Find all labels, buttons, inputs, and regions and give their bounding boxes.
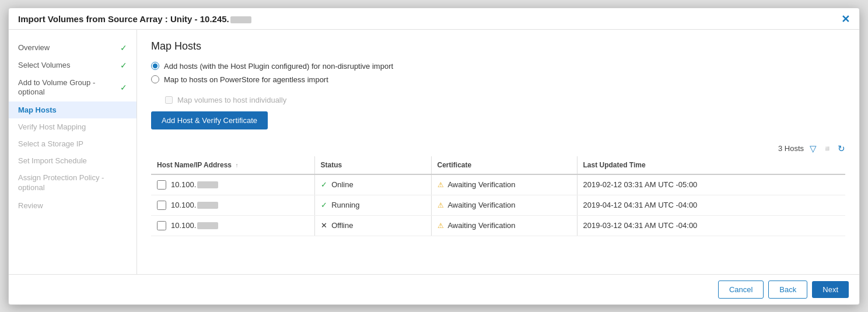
- sidebar-item-label: Select Volumes: [18, 61, 71, 69]
- close-button[interactable]: ✕: [841, 14, 850, 24]
- cell-certificate-2: ⚠ Awaiting Verification: [431, 195, 577, 215]
- ip-blur-1: [197, 181, 218, 188]
- ip-blur-2: [197, 202, 218, 209]
- row-checkbox-1[interactable]: [157, 180, 166, 190]
- check-icon-1: ✓: [321, 180, 327, 189]
- cell-lastupdated-3: 2019-03-12 04:31 AM UTC -04:00: [577, 215, 845, 236]
- sidebar-item-map-hosts[interactable]: Map Hosts: [9, 101, 136, 118]
- sidebar-item-label: Add to Volume Group - optional: [18, 78, 117, 98]
- main-content: Map Hosts Add hosts (with the Host Plugi…: [137, 30, 859, 274]
- cell-hostname-3: 10.100.: [151, 215, 314, 236]
- col-header-lastupdated: Last Updated Time: [577, 156, 845, 174]
- sidebar-item-label: Verify Host Mapping: [18, 122, 86, 131]
- sidebar: Overview ✓ Select Volumes ✓ Add to Volum…: [9, 30, 137, 274]
- checkmark-overview: ✓: [120, 43, 127, 52]
- sidebar-item-label: Review: [18, 201, 43, 210]
- sidebar-item-label: Map Hosts: [18, 106, 57, 114]
- refresh-icon[interactable]: ↻: [838, 143, 845, 154]
- checkmark-add-to-volume-group: ✓: [120, 82, 127, 93]
- chk-map-individually-label: Map volumes to host individually: [177, 96, 286, 104]
- add-host-button[interactable]: Add Host & Verify Certificate: [151, 111, 268, 129]
- cancel-button[interactable]: Cancel: [718, 281, 764, 299]
- sidebar-item-set-import-schedule: Set Import Schedule: [9, 152, 136, 169]
- table-row: 10.100. ✕ Offline ⚠ Awaiting Verificatio…: [151, 215, 845, 236]
- table-toolbar: 3 Hosts ▽ ◽ ↻: [151, 143, 845, 154]
- col-header-status: Status: [314, 156, 431, 174]
- sidebar-item-verify-host-mapping: Verify Host Mapping: [9, 118, 136, 135]
- sidebar-item-add-to-volume-group[interactable]: Add to Volume Group - optional ✓: [9, 74, 136, 102]
- sidebar-item-review: Review: [9, 197, 136, 214]
- warn-icon-2: ⚠: [438, 201, 444, 209]
- row-checkbox-2[interactable]: [157, 201, 166, 210]
- sidebar-item-select-volumes[interactable]: Select Volumes ✓: [9, 57, 136, 74]
- sidebar-item-select-storage-ip: Select a Storage IP: [9, 135, 136, 152]
- next-button[interactable]: Next: [812, 281, 849, 298]
- radio-host-plugin-label: Add hosts (with the Host Plugin configur…: [164, 62, 393, 71]
- hosts-count: 3 Hosts: [778, 144, 804, 153]
- table-row: 10.100. ✓ Running ⚠ Awaiting Verificatio…: [151, 195, 845, 215]
- import-volumes-modal: Import Volumes from Source Array : Unity…: [8, 8, 860, 305]
- cell-hostname-1: 10.100.: [151, 174, 314, 195]
- cell-status-3: ✕ Offline: [314, 215, 431, 236]
- check-icon-2: ✓: [321, 201, 327, 209]
- sort-arrow-hostname[interactable]: ↑: [235, 162, 238, 169]
- checkmark-select-volumes: ✓: [120, 61, 127, 70]
- cell-status-1: ✓ Online: [314, 174, 431, 195]
- row-checkbox-3[interactable]: [157, 221, 166, 230]
- modal-title-text: Import Volumes from Source Array : Unity…: [18, 14, 229, 24]
- back-button[interactable]: Back: [768, 281, 807, 299]
- cell-lastupdated-2: 2019-04-12 04:31 AM UTC -04:00: [577, 195, 845, 215]
- sidebar-item-overview[interactable]: Overview ✓: [9, 39, 136, 57]
- sidebar-item-assign-protection-policy: Assign Protection Policy - optional: [9, 169, 136, 197]
- modal-footer: Cancel Back Next: [9, 274, 859, 304]
- cell-certificate-3: ⚠ Awaiting Verification: [431, 215, 577, 236]
- filter-icon[interactable]: ▽: [810, 143, 817, 154]
- modal-body: Overview ✓ Select Volumes ✓ Add to Volum…: [9, 30, 859, 274]
- radio-powerstore-input[interactable]: [151, 75, 159, 83]
- radio-host-plugin-input[interactable]: [151, 62, 159, 70]
- warn-icon-1: ⚠: [438, 181, 444, 189]
- sidebar-item-label: Overview: [18, 43, 50, 52]
- checkbox-map-individually: Map volumes to host individually: [165, 96, 845, 104]
- sidebar-item-label: Select a Storage IP: [18, 139, 83, 148]
- section-title: Map Hosts: [151, 40, 845, 52]
- col-header-certificate: Certificate: [431, 156, 577, 174]
- radio-option-powerstore[interactable]: Map to hosts on PowerStore for agentless…: [151, 75, 845, 84]
- warn-icon-3: ⚠: [438, 222, 444, 230]
- cell-lastupdated-1: 2019-02-12 03:31 AM UTC -05:00: [577, 174, 845, 195]
- modal-title: Import Volumes from Source Array : Unity…: [18, 14, 251, 24]
- chk-map-individually-input: [165, 96, 173, 104]
- cell-certificate-1: ⚠ Awaiting Verification: [431, 174, 577, 195]
- cell-hostname-2: 10.100.: [151, 195, 314, 215]
- ip-blur-3: [197, 222, 218, 229]
- cell-status-2: ✓ Running: [314, 195, 431, 215]
- radio-group: Add hosts (with the Host Plugin configur…: [151, 62, 845, 89]
- cross-icon-3: ✕: [321, 221, 327, 230]
- radio-powerstore-label: Map to hosts on PowerStore for agentless…: [164, 75, 328, 84]
- columns-icon[interactable]: ◽: [822, 144, 832, 153]
- radio-option-host-plugin[interactable]: Add hosts (with the Host Plugin configur…: [151, 62, 845, 71]
- modal-header: Import Volumes from Source Array : Unity…: [9, 8, 859, 30]
- col-header-hostname: Host Name/IP Address ↑: [151, 156, 314, 174]
- table-row: 10.100. ✓ Online ⚠ Awaiting Verification: [151, 174, 845, 195]
- title-ip-blur: [230, 16, 251, 23]
- hosts-table: Host Name/IP Address ↑ Status Certificat…: [151, 156, 845, 236]
- sidebar-item-label: Assign Protection Policy - optional: [18, 173, 127, 193]
- sidebar-item-label: Set Import Schedule: [18, 156, 87, 165]
- table-header-row: Host Name/IP Address ↑ Status Certificat…: [151, 156, 845, 174]
